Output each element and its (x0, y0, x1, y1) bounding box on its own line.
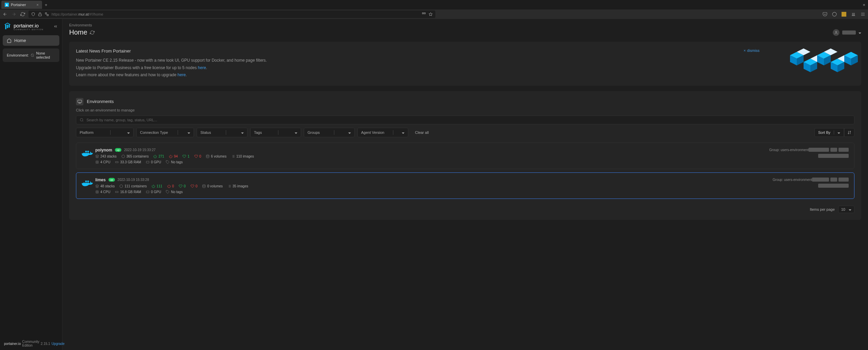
status-badge: up (108, 178, 115, 182)
env-value: None selected (36, 51, 55, 59)
env-name: limes (95, 178, 106, 182)
news-link-learn[interactable]: here (178, 73, 186, 77)
clear-all-button[interactable]: Clear all (411, 128, 433, 137)
back-icon[interactable] (3, 12, 7, 17)
sort-direction-button[interactable] (844, 128, 854, 137)
close-tab-icon[interactable]: × (37, 3, 39, 7)
news-link-upgrade[interactable]: here (198, 65, 206, 70)
memory-icon (115, 190, 119, 194)
filter-platform[interactable]: Platform (76, 128, 134, 137)
reload-icon[interactable] (20, 12, 25, 17)
avatar (833, 29, 840, 36)
power-icon (152, 184, 155, 188)
qr-icon[interactable] (422, 12, 426, 16)
power-off-icon (167, 184, 171, 188)
chevron-down-icon (295, 130, 297, 135)
chevron-down-icon (241, 130, 244, 135)
timestamp: 2022-10-19 15:33:27 (124, 148, 156, 152)
svg-rect-21 (87, 151, 89, 152)
url-text: https://portainer.mur.at/#!/home (52, 12, 103, 16)
redacted (839, 148, 849, 152)
main-content: Environments Home Latest News From Porta… (62, 19, 868, 350)
svg-rect-2 (45, 13, 47, 14)
lock-icon (38, 12, 42, 16)
svg-rect-8 (5, 25, 6, 29)
browser-tab[interactable]: Portainer × (1, 1, 42, 9)
brand-name: portainer.io (14, 23, 43, 28)
portainer-favicon (5, 3, 9, 7)
home-icon (7, 38, 12, 43)
status-badge: up (115, 148, 121, 152)
url-bar[interactable]: https://portainer.mur.at/#!/home (28, 11, 435, 18)
footer-brand: portainer.io (4, 342, 21, 346)
close-icon: × (744, 48, 746, 53)
sidebar: portainer.io COMMUNITY EDITION Home Envi… (0, 19, 62, 350)
extension-icon[interactable] (842, 12, 846, 17)
search-placeholder: Search by name, group, tag, status, URL.… (86, 118, 157, 122)
gpu-icon (146, 160, 150, 164)
environments-title: Environments (87, 99, 114, 104)
filter-groups[interactable]: Groups (304, 128, 355, 137)
group-label: Group: users-environment (773, 178, 812, 182)
refresh-button[interactable] (90, 30, 95, 35)
layers-icon (95, 155, 99, 158)
sidebar-item-home[interactable]: Home (3, 35, 59, 46)
svg-rect-1 (39, 14, 42, 16)
pocket-icon[interactable] (823, 12, 827, 17)
sort-by-select[interactable]: Sort By (814, 128, 844, 137)
environments-hint: Click on an environment to manage (76, 108, 854, 112)
docker-icon (82, 179, 94, 188)
svg-rect-31 (87, 181, 89, 182)
svg-point-14 (835, 31, 837, 33)
environment-card[interactable]: polynom up 2022-10-19 15:33:27 Group: us… (76, 143, 854, 169)
chevron-down-icon (188, 130, 190, 135)
filter-tags[interactable]: Tags (250, 128, 301, 137)
items-per-page-select[interactable]: 10 (838, 206, 854, 213)
chevron-down-icon (402, 130, 405, 135)
chevron-down-icon (859, 30, 861, 35)
search-input[interactable]: Search by name, group, tag, status, URL.… (76, 116, 854, 124)
tab-title: Portainer (11, 3, 26, 7)
svg-rect-4 (422, 13, 424, 14)
filter-agent-version[interactable]: Agent Version (357, 128, 408, 137)
heart-icon (179, 184, 182, 188)
heart-icon (182, 155, 186, 158)
shield-icon (31, 12, 35, 16)
dismiss-label: dismiss (747, 48, 760, 53)
forward-icon[interactable] (12, 12, 16, 17)
brand-edition: COMMUNITY EDITION (14, 28, 43, 30)
svg-point-32 (203, 185, 205, 186)
tag-icon (166, 190, 170, 194)
window-close-button[interactable]: × (863, 2, 865, 7)
svg-rect-5 (424, 13, 426, 14)
redacted (830, 178, 837, 182)
environment-selector[interactable]: Environment: None selected (3, 48, 59, 62)
group-label: Group: users-environment (769, 148, 809, 152)
dismiss-button[interactable]: × dismiss (744, 48, 760, 53)
list-icon (231, 155, 235, 158)
account-icon[interactable] (832, 12, 837, 17)
logo[interactable]: portainer.io COMMUNITY EDITION (0, 19, 62, 34)
news-panel: Latest News From Portainer New Portainer… (69, 42, 861, 86)
menu-icon[interactable] (861, 12, 865, 17)
filter-connection-type[interactable]: Connection Type (136, 128, 194, 137)
portainer-logo-icon (4, 22, 11, 30)
heart-off-icon (191, 184, 194, 188)
collapse-sidebar-button[interactable] (53, 24, 58, 29)
cpu-icon (95, 160, 99, 164)
bookmark-icon[interactable] (429, 12, 433, 16)
env-label-text: Environment: (7, 53, 29, 57)
timestamp: 2022-10-19 15:33:28 (118, 178, 149, 182)
news-line-3a: Learn more about the new features and ho… (76, 73, 178, 77)
svg-rect-25 (116, 161, 118, 163)
svg-rect-23 (96, 161, 98, 163)
items-per-page-label: Items per page (810, 207, 834, 211)
heart-off-icon (194, 155, 198, 158)
tag-icon (166, 160, 170, 164)
chevron-down-icon (837, 130, 840, 135)
library-icon[interactable] (851, 12, 856, 17)
filter-status[interactable]: Status (197, 128, 248, 137)
user-menu[interactable] (833, 29, 861, 36)
environment-card[interactable]: limes up 2022-10-19 15:33:28 Group: user… (76, 172, 854, 199)
new-tab-button[interactable]: + (45, 2, 47, 7)
